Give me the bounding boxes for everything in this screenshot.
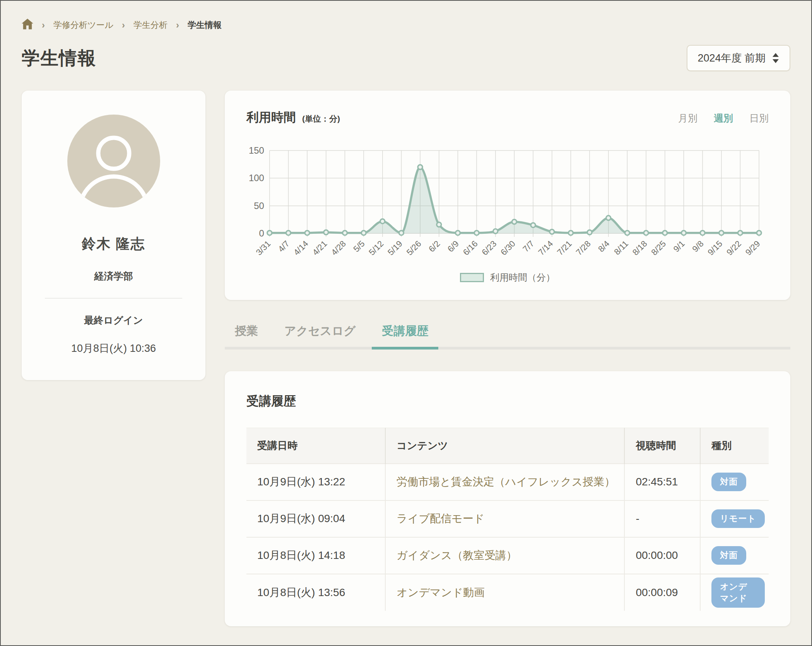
home-icon[interactable] bbox=[22, 19, 33, 32]
legend-label: 利用時間（分） bbox=[490, 271, 555, 284]
breadcrumb-link-analysis-tool[interactable]: 学修分析ツール bbox=[53, 19, 113, 31]
data-point-marker bbox=[474, 231, 479, 235]
usage-chart: 0501001503/314/74/144/214/285/55/125/195… bbox=[246, 137, 769, 268]
x-tick-label: 5/5 bbox=[351, 239, 366, 254]
content-link[interactable]: ライブ配信モード bbox=[397, 512, 484, 524]
section-tab-0[interactable]: 授業 bbox=[225, 323, 268, 350]
data-point-marker bbox=[625, 231, 629, 235]
x-tick-label: 7/14 bbox=[536, 239, 555, 257]
x-tick-label: 9/8 bbox=[690, 239, 705, 254]
cell-datetime: 10月9日(水) 09:04 bbox=[246, 500, 385, 537]
data-point-marker bbox=[512, 219, 516, 224]
x-tick-label: 6/23 bbox=[480, 239, 498, 257]
usage-chart-wrap: 0501001503/314/74/144/214/285/55/125/195… bbox=[246, 137, 769, 270]
content-link[interactable]: 労働市場と賃金決定（ハイフレックス授業） bbox=[397, 476, 615, 488]
data-point-marker bbox=[267, 231, 272, 235]
divider bbox=[45, 298, 182, 298]
data-point-marker bbox=[663, 231, 667, 235]
breadcrumb-separator: › bbox=[122, 20, 125, 31]
period-tab-2[interactable]: 日別 bbox=[749, 112, 769, 125]
usage-time-card: 利用時間 (単位：分) 月別週別日別 0501001503/314/74/144… bbox=[225, 91, 790, 300]
cell-duration: - bbox=[624, 500, 700, 537]
term-select[interactable]: 2024年度 前期 bbox=[687, 45, 790, 71]
chart-legend: 利用時間（分） bbox=[246, 271, 769, 284]
data-point-marker bbox=[644, 231, 648, 235]
type-badge: リモート bbox=[711, 509, 765, 528]
last-login-label: 最終ログイン bbox=[22, 314, 205, 327]
data-point-marker bbox=[681, 231, 686, 235]
usage-card-title: 利用時間 bbox=[246, 109, 296, 126]
term-select-value: 2024年度 前期 bbox=[697, 51, 766, 65]
avatar bbox=[67, 115, 160, 207]
data-point-marker bbox=[757, 231, 761, 235]
x-tick-label: 5/26 bbox=[405, 239, 423, 257]
data-point-marker bbox=[418, 165, 422, 170]
data-point-marker bbox=[399, 231, 403, 235]
cell-content: オンデマンド動画 bbox=[385, 574, 624, 611]
x-tick-label: 8/25 bbox=[649, 239, 668, 257]
cell-type: 対面 bbox=[700, 537, 769, 574]
content-link[interactable]: ガイダンス（教室受講） bbox=[397, 549, 517, 561]
section-tab-1[interactable]: アクセスログ bbox=[274, 323, 366, 350]
period-tab-1[interactable]: 週別 bbox=[714, 112, 733, 125]
page-title: 学生情報 bbox=[22, 46, 96, 70]
table-row: 10月9日(水) 13:22労働市場と賃金決定（ハイフレックス授業）02:45:… bbox=[246, 464, 769, 500]
history-card: 受講履歴 受講日時コンテンツ視聴時間種別 10月9日(水) 13:22労働市場と… bbox=[225, 371, 790, 626]
data-point-marker bbox=[437, 222, 441, 227]
x-tick-label: 9/15 bbox=[706, 239, 724, 257]
x-tick-label: 8/11 bbox=[612, 239, 630, 257]
period-tab-0[interactable]: 月別 bbox=[678, 112, 697, 125]
title-row: 学生情報 2024年度 前期 bbox=[22, 45, 790, 71]
updown-arrows-icon bbox=[772, 52, 780, 64]
cell-type: オンデマンド bbox=[700, 574, 769, 611]
breadcrumb-separator: › bbox=[176, 20, 179, 31]
breadcrumb-link-student-analysis[interactable]: 学生分析 bbox=[133, 19, 168, 31]
x-tick-label: 7/28 bbox=[574, 239, 593, 257]
content-link[interactable]: オンデマンド動画 bbox=[397, 586, 485, 598]
x-tick-label: 6/9 bbox=[446, 239, 461, 254]
x-tick-label: 6/16 bbox=[461, 239, 480, 257]
legend-swatch bbox=[460, 273, 484, 282]
student-profile-card: 鈴木 隆志 経済学部 最終ログイン 10月8日(火) 10:36 bbox=[22, 91, 205, 380]
data-point-marker bbox=[550, 230, 554, 234]
right-column: 利用時間 (単位：分) 月別週別日別 0501001503/314/74/144… bbox=[225, 91, 790, 626]
breadcrumb-current: 学生情報 bbox=[188, 19, 222, 31]
type-badge: オンデマンド bbox=[711, 577, 765, 608]
x-tick-label: 4/28 bbox=[329, 239, 348, 257]
breadcrumb-separator: › bbox=[42, 20, 45, 31]
data-point-marker bbox=[361, 231, 366, 235]
history-card-title: 受講履歴 bbox=[246, 393, 769, 410]
cell-type: リモート bbox=[700, 500, 769, 537]
data-point-marker bbox=[606, 216, 611, 220]
data-point-marker bbox=[738, 231, 742, 235]
x-tick-label: 4/7 bbox=[276, 239, 291, 254]
data-point-marker bbox=[324, 230, 328, 235]
x-tick-label: 7/21 bbox=[555, 239, 574, 257]
x-tick-label: 5/19 bbox=[386, 239, 404, 257]
x-tick-label: 7/7 bbox=[521, 239, 536, 254]
history-col-header-2: 視聴時間 bbox=[624, 428, 700, 464]
breadcrumb: › 学修分析ツール › 学生分析 › 学生情報 bbox=[22, 19, 790, 32]
data-point-marker bbox=[587, 230, 592, 235]
cell-datetime: 10月8日(火) 14:18 bbox=[246, 537, 385, 574]
cell-content: ライブ配信モード bbox=[385, 500, 624, 537]
home-icon-glyph bbox=[22, 19, 33, 29]
student-department: 経済学部 bbox=[22, 270, 205, 283]
data-point-marker bbox=[380, 219, 385, 224]
x-tick-label: 9/29 bbox=[744, 239, 762, 257]
table-row: 10月8日(火) 14:18ガイダンス（教室受講）00:00:00対面 bbox=[246, 537, 769, 574]
x-tick-label: 6/30 bbox=[499, 239, 517, 257]
x-tick-label: 3/31 bbox=[254, 239, 272, 257]
student-name: 鈴木 隆志 bbox=[22, 235, 205, 254]
history-col-header-3: 種別 bbox=[700, 428, 769, 464]
data-point-marker bbox=[286, 231, 291, 235]
section-tab-2[interactable]: 受講履歴 bbox=[372, 323, 438, 350]
data-point-marker bbox=[493, 229, 498, 233]
cell-datetime: 10月9日(水) 13:22 bbox=[246, 464, 385, 500]
history-table: 受講日時コンテンツ視聴時間種別 10月9日(水) 13:22労働市場と賃金決定（… bbox=[246, 428, 769, 611]
history-col-header-1: コンテンツ bbox=[385, 428, 624, 464]
data-point-marker bbox=[455, 231, 460, 235]
y-tick-label: 50 bbox=[254, 200, 264, 211]
x-tick-label: 4/21 bbox=[310, 239, 329, 257]
usage-card-header: 利用時間 (単位：分) 月別週別日別 bbox=[246, 109, 769, 126]
